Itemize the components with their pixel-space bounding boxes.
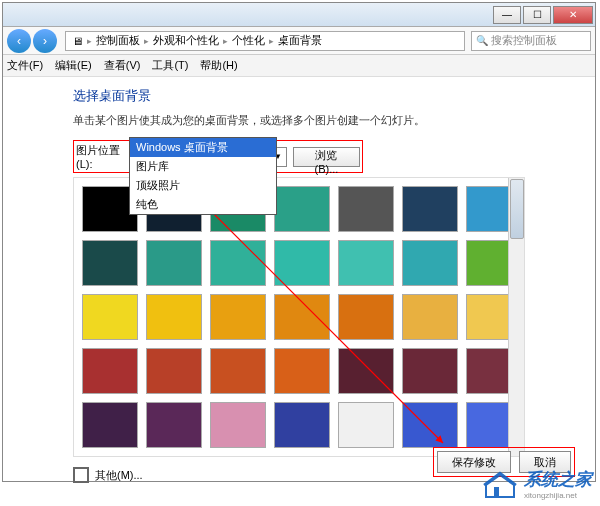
minimize-button[interactable]: — (493, 6, 521, 24)
menu-file[interactable]: 文件(F) (7, 58, 43, 73)
color-swatch[interactable] (274, 186, 330, 232)
content: 选择桌面背景 单击某个图片使其成为您的桌面背景，或选择多个图片创建一个幻灯片。 … (3, 77, 595, 493)
forward-button[interactable]: › (33, 29, 57, 53)
color-swatch[interactable] (402, 294, 458, 340)
color-swatch[interactable] (274, 348, 330, 394)
breadcrumb-item[interactable]: 个性化 (232, 33, 265, 48)
dropdown-item[interactable]: 图片库 (130, 157, 276, 176)
color-swatch[interactable] (338, 348, 394, 394)
page-title: 选择桌面背景 (73, 87, 525, 105)
menu-tools[interactable]: 工具(T) (152, 58, 188, 73)
other-checkbox[interactable] (73, 467, 89, 483)
dropdown-list: Windows 桌面背景 图片库 顶级照片 纯色 (129, 137, 277, 215)
color-swatch[interactable] (402, 186, 458, 232)
window: — ☐ ✕ ‹ › 🖥 ▸ 控制面板 ▸ 外观和个性化 ▸ 个性化 ▸ 桌面背景… (2, 2, 596, 482)
page-desc: 单击某个图片使其成为您的桌面背景，或选择多个图片创建一个幻灯片。 (73, 113, 525, 128)
breadcrumb-icon: 🖥 (72, 35, 83, 47)
color-swatch[interactable] (146, 402, 202, 448)
search-input[interactable]: 🔍 搜索控制面板 (471, 31, 591, 51)
menubar: 文件(F) 编辑(E) 查看(V) 工具(T) 帮助(H) (3, 55, 595, 77)
color-swatch[interactable] (82, 240, 138, 286)
color-swatch[interactable] (338, 294, 394, 340)
scroll-thumb[interactable] (510, 179, 524, 239)
picture-location-label: 图片位置(L): (76, 143, 135, 170)
back-button[interactable]: ‹ (7, 29, 31, 53)
color-swatch[interactable] (274, 402, 330, 448)
color-swatch[interactable] (82, 348, 138, 394)
menu-view[interactable]: 查看(V) (104, 58, 141, 73)
dropdown-item[interactable]: 顶级照片 (130, 176, 276, 195)
color-swatch[interactable] (274, 240, 330, 286)
dropdown-item[interactable]: Windows 桌面背景 (130, 138, 276, 157)
color-swatch[interactable] (338, 186, 394, 232)
color-swatch[interactable] (146, 294, 202, 340)
house-icon (480, 469, 520, 499)
close-button[interactable]: ✕ (553, 6, 593, 24)
titlebar: — ☐ ✕ (3, 3, 595, 27)
swatch-panel (73, 177, 525, 457)
menu-help[interactable]: 帮助(H) (200, 58, 237, 73)
color-swatch[interactable] (402, 402, 458, 448)
color-swatch[interactable] (338, 240, 394, 286)
breadcrumb-item[interactable]: 外观和个性化 (153, 33, 219, 48)
search-icon: 🔍 (476, 35, 488, 46)
color-swatch[interactable] (402, 240, 458, 286)
color-swatch[interactable] (210, 294, 266, 340)
dropdown-item[interactable]: 纯色 (130, 195, 276, 214)
watermark: 系统之家 xitongzhijia.net (480, 468, 592, 500)
navbar: ‹ › 🖥 ▸ 控制面板 ▸ 外观和个性化 ▸ 个性化 ▸ 桌面背景 🔍 搜索控… (3, 27, 595, 55)
watermark-text: 系统之家 (524, 468, 592, 491)
browse-button[interactable]: 浏览(B)... (293, 147, 360, 167)
svg-rect-1 (494, 487, 499, 497)
color-swatch[interactable] (210, 348, 266, 394)
color-swatch[interactable] (82, 294, 138, 340)
breadcrumb-item[interactable]: 桌面背景 (278, 33, 322, 48)
watermark-url: xitongzhijia.net (524, 491, 592, 500)
color-swatch[interactable] (274, 294, 330, 340)
color-swatch[interactable] (82, 402, 138, 448)
color-swatch[interactable] (146, 348, 202, 394)
maximize-button[interactable]: ☐ (523, 6, 551, 24)
swatch-grid (82, 186, 516, 448)
color-swatch[interactable] (146, 240, 202, 286)
other-label[interactable]: 其他(M)... (95, 468, 143, 483)
color-swatch[interactable] (210, 402, 266, 448)
breadcrumb-item[interactable]: 控制面板 (96, 33, 140, 48)
scrollbar[interactable] (508, 178, 524, 456)
menu-edit[interactable]: 编辑(E) (55, 58, 92, 73)
color-swatch[interactable] (338, 402, 394, 448)
breadcrumb[interactable]: 🖥 ▸ 控制面板 ▸ 外观和个性化 ▸ 个性化 ▸ 桌面背景 (65, 31, 465, 51)
color-swatch[interactable] (402, 348, 458, 394)
color-swatch[interactable] (210, 240, 266, 286)
